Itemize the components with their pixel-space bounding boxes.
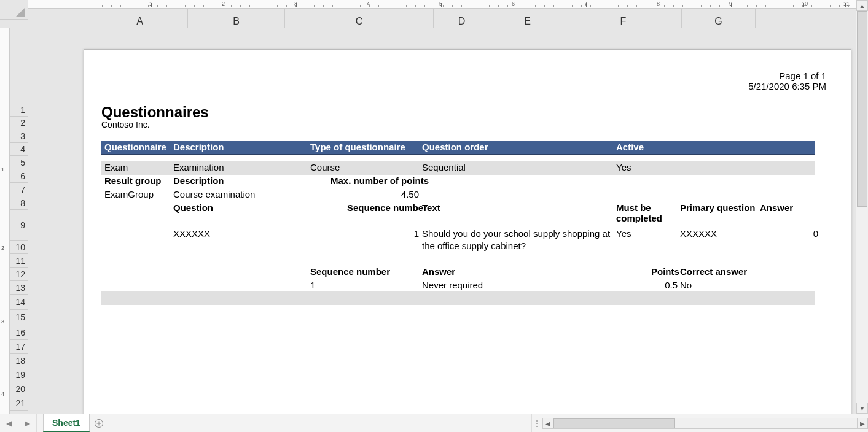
questionnaire-row: Exam Examination Course Sequential Yes	[101, 161, 815, 175]
report-company: Contoso Inc.	[101, 120, 150, 129]
row-headers: 12345678910111213141516171819202122	[10, 28, 28, 414]
hscroll-thumb[interactable]	[553, 418, 675, 428]
row-header-21[interactable]: 21	[10, 396, 28, 411]
row-header-13[interactable]: 13	[10, 281, 28, 295]
column-headers: ABCDEFG	[28, 9, 856, 28]
val-description: Examination	[173, 162, 224, 172]
row-header-17[interactable]: 17	[10, 340, 28, 354]
page-datetime: 5/21/2020 6:35 PM	[748, 81, 826, 91]
row-header-15[interactable]: 15	[10, 310, 28, 325]
plus-circle-icon	[94, 418, 104, 428]
val-ans-seq: 1	[310, 280, 315, 290]
report-title: Questionnaires	[101, 104, 209, 121]
hdr-result-description: Description	[173, 176, 224, 186]
val-active: Yes	[616, 162, 631, 172]
hdr-primary: Primary question	[680, 202, 756, 213]
row-header-14[interactable]: 14	[10, 295, 28, 310]
val-primary: XXXXXX	[680, 228, 717, 239]
val-result-description: Course examination	[173, 189, 255, 199]
vruler-number: 4	[1, 391, 4, 397]
val-type: Course	[310, 162, 340, 172]
page-preview: Page 1 of 1 5/21/2020 6:35 PM Questionna…	[84, 49, 851, 414]
row-header-8[interactable]: 8	[10, 196, 28, 210]
column-header-B[interactable]: B	[188, 9, 285, 28]
horizontal-scrollbar[interactable]: ◀ ▶	[542, 414, 868, 432]
hdr-maxpoints: Max. number of points	[330, 176, 429, 186]
val-seqnum: 1	[347, 228, 419, 239]
column-header-F[interactable]: F	[565, 9, 682, 28]
row-header-16[interactable]: 16	[10, 325, 28, 340]
hdr-type: Type of questionnaire	[310, 142, 405, 152]
val-maxpoints: 4.50	[330, 189, 419, 199]
scroll-right-button[interactable]: ▶	[857, 418, 868, 429]
column-header-D[interactable]: D	[434, 9, 490, 28]
vertical-ruler: 1234	[0, 28, 10, 414]
row-header-2[interactable]: 2	[10, 117, 28, 129]
sheet-tab-bar: ◀ ▶ Sheet1 ⋮ ◀ ▶	[0, 414, 868, 432]
hdr-seqnum: Sequence number	[347, 202, 427, 213]
val-ans-correct: No	[680, 280, 692, 290]
val-ans-answer: Never required	[422, 280, 483, 290]
vertical-scrollbar[interactable]: ▲ ▼	[856, 0, 868, 414]
val-mustbe: Yes	[616, 228, 631, 239]
row-header-11[interactable]: 11	[10, 254, 28, 268]
row-header-20[interactable]: 20	[10, 382, 28, 396]
val-result-group: ExamGroup	[104, 189, 154, 199]
hdr-ans-answer: Answer	[422, 266, 455, 277]
val-text-l1: Should you do your school supply shoppin…	[422, 228, 610, 239]
vruler-number: 3	[1, 318, 4, 325]
row-header-10[interactable]: 10	[10, 241, 28, 254]
hdr-description: Description	[173, 142, 224, 152]
row-header-19[interactable]: 19	[10, 368, 28, 382]
column-header-C[interactable]: C	[285, 9, 434, 28]
hdr-ans-seq: Sequence number	[310, 266, 390, 277]
val-question: XXXXXX	[173, 228, 210, 239]
horizontal-ruler: 1234567891011	[28, 0, 856, 9]
val-order: Sequential	[422, 162, 466, 172]
scroll-down-button[interactable]: ▼	[856, 403, 868, 414]
hdr-questionnaire: Questionnaire	[104, 142, 166, 152]
tab-nav-prev[interactable]: ◀	[0, 414, 18, 432]
scroll-left-button[interactable]: ◀	[542, 418, 553, 429]
hscroll-track[interactable]	[553, 418, 857, 429]
questionnaire-header-row: Questionnaire Description Type of questi…	[101, 141, 815, 155]
column-header-A[interactable]: A	[92, 9, 188, 28]
scroll-up-button[interactable]: ▲	[856, 0, 868, 11]
hdr-ans-points: Points	[651, 266, 679, 277]
tab-nav-next[interactable]: ▶	[18, 414, 37, 432]
vscroll-track[interactable]	[856, 11, 868, 403]
hdr-result-group: Result group	[104, 176, 162, 186]
select-all-corner[interactable]	[0, 0, 28, 20]
row-header-9[interactable]: 9	[10, 210, 28, 241]
val-ans-points: 0.5	[616, 280, 678, 290]
row-header-12[interactable]: 12	[10, 268, 28, 281]
vruler-number: 2	[1, 245, 4, 251]
hdr-active: Active	[616, 142, 644, 152]
val-questionnaire: Exam	[104, 162, 128, 172]
page-number-label: Page 1 of 1	[748, 71, 826, 81]
hdr-answer: Answer	[760, 202, 793, 213]
vscroll-thumb[interactable]	[857, 11, 867, 207]
row-header-3[interactable]: 3	[10, 129, 28, 143]
worksheet-area[interactable]: Page 1 of 1 5/21/2020 6:35 PM Questionna…	[28, 28, 856, 414]
row-header-5[interactable]: 5	[10, 156, 28, 169]
hdr-ans-correct: Correct answer	[680, 266, 747, 277]
column-header-E[interactable]: E	[490, 9, 565, 28]
val-answer: 0	[760, 228, 818, 239]
tab-split-handle[interactable]: ⋮	[531, 414, 542, 432]
val-text-l2: the office supply cabinet?	[422, 241, 526, 251]
sheet-tab-sheet1[interactable]: Sheet1	[43, 414, 90, 432]
vruler-number: 1	[1, 166, 4, 172]
row-header-6[interactable]: 6	[10, 169, 28, 183]
hdr-order: Question order	[422, 142, 488, 152]
hdr-mustbe: Must be completed	[616, 202, 678, 223]
footer-grey-row	[101, 291, 815, 305]
row-header-1[interactable]: 1	[10, 103, 28, 117]
row-header-4[interactable]: 4	[10, 143, 28, 156]
hdr-text: Text	[422, 202, 440, 213]
add-sheet-button[interactable]	[90, 414, 108, 432]
row-header-18[interactable]: 18	[10, 354, 28, 368]
hdr-question: Question	[173, 202, 213, 213]
column-header-G[interactable]: G	[682, 9, 756, 28]
row-header-7[interactable]: 7	[10, 183, 28, 196]
